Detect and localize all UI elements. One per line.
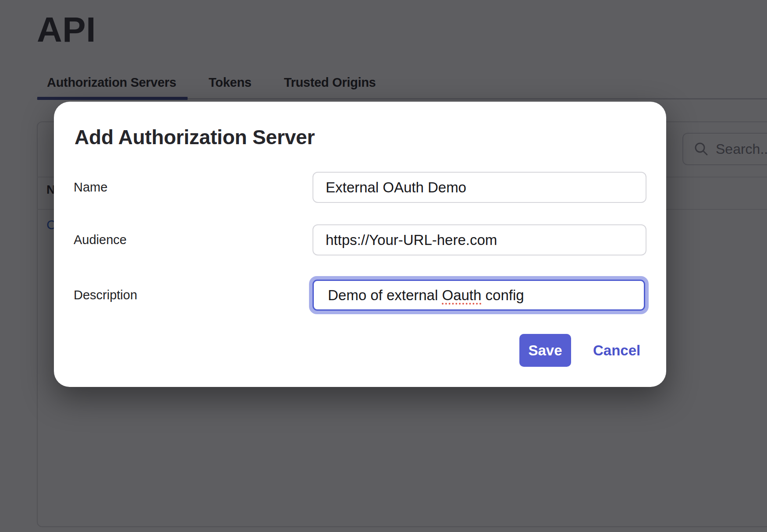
description-text-tail: config	[481, 287, 524, 304]
add-authorization-server-modal: Add Authorization Server Name Audience D…	[54, 102, 666, 387]
save-button[interactable]: Save	[519, 334, 571, 367]
description-field[interactable]: Demo of external Oauth config	[312, 280, 645, 311]
description-text: Demo of external	[328, 287, 442, 304]
name-field[interactable]	[312, 172, 646, 203]
audience-field[interactable]	[312, 224, 646, 255]
description-misspelled-word: Oauth	[442, 287, 481, 304]
audience-label: Audience	[74, 224, 127, 255]
description-field-focus-ring: Demo of external Oauth config	[309, 276, 649, 314]
modal-title: Add Authorization Server	[75, 125, 315, 149]
name-label: Name	[74, 172, 107, 203]
cancel-button[interactable]: Cancel	[593, 334, 640, 367]
description-label: Description	[74, 276, 137, 314]
